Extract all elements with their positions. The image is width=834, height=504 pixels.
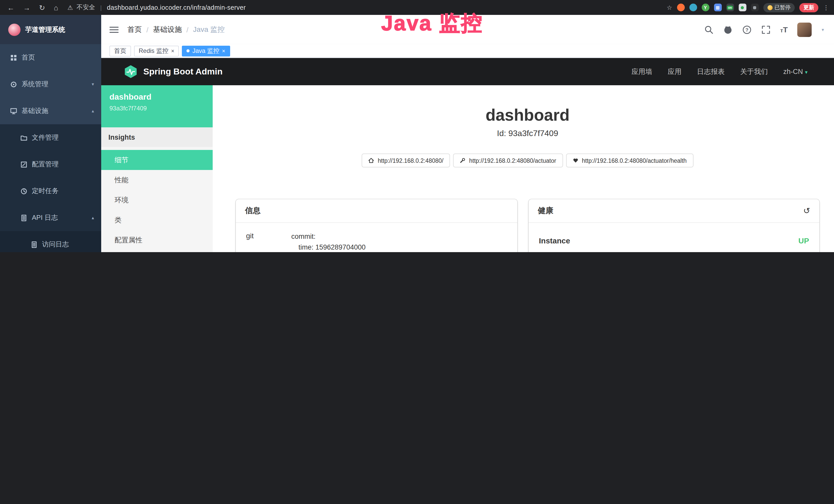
sidebar-item-system-mgmt[interactable]: 系统管理 ▾ [0,71,101,97]
security-label[interactable]: 不安全 [76,3,95,12]
health-url-link[interactable]: http://192.168.0.2:48080/actuator/health [566,154,693,167]
sidebar-item-home[interactable]: 首页 [0,44,101,71]
svg-text:?: ? [745,27,748,32]
history-icon[interactable]: ↺ [803,207,810,215]
instance-id-line: Id: 93a3fc7f7409 [236,129,819,138]
git-commit-line: commit: [291,231,507,242]
chevron-down-icon: ▾ [92,82,94,87]
extension-drop-icon[interactable] [689,4,697,11]
sidebar-item-api-logs[interactable]: API 日志 ▴ [0,204,101,231]
url-text[interactable]: dashboard.yudao.iocoder.cn/infra/admin-s… [107,4,246,11]
forward-icon[interactable]: → [23,3,30,12]
sba-nav-applications[interactable]: 应用 [667,67,681,76]
breadcrumb-infrastructure[interactable]: 基础设施 [153,25,182,34]
health-instance-row[interactable]: Instance UP [539,236,809,252]
sba-language-select[interactable]: zh-CN▾ [783,68,808,75]
document-icon [21,214,27,221]
tag-home[interactable]: 首页 [109,45,131,56]
help-icon[interactable]: ? [742,25,751,34]
sidebar-item-access-logs[interactable]: 访问日志 [0,231,101,252]
sidebar-item-label: 文件管理 [32,133,59,142]
sidebar-item-label: 系统管理 [22,79,48,89]
service-url-link[interactable]: http://192.168.0.2:48080/ [362,154,450,167]
sba-brand-title: Spring Boot Admin [143,67,223,77]
tag-label: Redis 监控 [139,46,169,55]
sidebar-item-scheduled-jobs[interactable]: 定时任务 [0,178,101,204]
paused-badge[interactable]: 已暂停 [763,3,795,12]
sba-menu-scheduled-tasks[interactable]: 计划任务 [101,250,213,252]
bookmark-star-icon[interactable]: ☆ [666,4,672,11]
close-icon[interactable]: × [171,48,174,54]
sidebar-item-infrastructure[interactable]: 基础设施 ▴ [0,97,101,124]
folder-icon [21,134,27,141]
sba-nav-wallboard[interactable]: 应用墙 [631,67,652,76]
sba-navbar: Spring Boot Admin 应用墙 应用 日志报表 关于我们 zh-CN… [101,58,834,85]
address-divider: | [100,4,102,11]
search-icon[interactable] [704,25,714,34]
instance-title: dashboard [236,106,819,125]
extension-leaf-icon[interactable] [739,4,746,11]
dashboard-icon [10,54,17,61]
extension-grid-icon[interactable]: ⊞ [714,4,722,11]
sba-menu-config-props[interactable]: 配置属性 [101,230,213,250]
sba-menu-environment[interactable]: 环境 [101,190,213,210]
git-time-line: time: 1596289704000 [291,242,507,252]
github-icon[interactable] [723,25,732,34]
font-size-icon[interactable]: тT [780,25,788,34]
back-icon[interactable]: ← [7,3,14,12]
breadcrumb-current: Java 监控 [193,25,225,34]
reload-icon[interactable]: ↻ [39,3,45,12]
address-bar[interactable]: ⚠ 不安全 | dashboard.yudao.iocoder.cn/infra… [67,3,245,12]
sidebar-item-file-mgmt[interactable]: 文件管理 [0,124,101,151]
tag-redis-monitor[interactable]: Redis 监控 × [134,45,179,56]
actuator-url-link[interactable]: http://192.168.0.2:48080/actuator [453,154,563,167]
sba-menu-metrics[interactable]: 性能 [101,170,213,190]
paused-emoji-icon [767,5,772,10]
chevron-down-icon: ▾ [805,69,808,75]
extension-fox-icon[interactable] [677,4,684,11]
sba-instance-name: dashboard [109,92,204,102]
sidebar-item-config-mgmt[interactable]: 配置管理 [0,151,101,178]
sba-instance-header[interactable]: dashboard 93a3fc7f7409 [101,85,213,127]
info-key: git [246,231,291,252]
extension-y-icon[interactable]: Y [701,4,709,11]
spring-boot-admin-logo [124,65,138,78]
document-icon [31,241,38,248]
clock-icon [21,188,27,194]
heart-icon [572,158,578,163]
link-label: http://192.168.0.2:48080/actuator/health [582,157,686,164]
sidebar-item-label: 基础设施 [22,106,48,116]
home-icon[interactable]: ⌂ [54,3,58,12]
avatar-caret-icon[interactable]: ▾ [822,27,824,32]
screen: ← → ↻ ⌂ ⚠ 不安全 | dashboard.yudao.iocoder.… [0,0,834,252]
app-brand[interactable]: 芋道管理系统 [0,15,101,44]
fullscreen-icon[interactable] [761,25,771,34]
sba-brand[interactable]: Spring Boot Admin [124,65,223,78]
link-label: http://192.168.0.2:48080/ [378,157,444,164]
close-icon[interactable]: × [222,48,225,54]
sidebar-item-label: API 日志 [32,213,58,222]
breadcrumb-separator: / [186,25,189,33]
sba-nav: 应用墙 应用 日志报表 关于我们 zh-CN▾ [631,67,808,76]
sba-nav-journal[interactable]: 日志报表 [697,67,725,76]
info-card: 信息 git commit: time: 1596289704000 id: 2… [236,199,517,252]
extension-on-switch-icon[interactable]: on [726,4,734,11]
wrench-icon [460,158,465,163]
sba-nav-about[interactable]: 关于我们 [740,67,768,76]
hamburger-icon[interactable] [109,25,119,33]
health-instance-label: Instance [539,236,570,245]
health-card-title: 健康 [538,206,553,216]
breadcrumb-home[interactable]: 首页 [127,25,142,34]
chevron-up-icon: ▴ [92,215,94,220]
app-logo [8,23,21,36]
tag-java-monitor[interactable]: Java 监控 × [182,45,230,56]
update-button[interactable]: 更新 [799,3,818,12]
sba-menu-classes[interactable]: 类 [101,210,213,230]
sba-menu-details[interactable]: 细节 [101,150,213,170]
spring-boot-admin-page: Spring Boot Admin 应用墙 应用 日志报表 关于我们 zh-CN… [101,58,834,252]
browser-menu-icon[interactable]: ⋮ [823,4,829,11]
health-status-badge: UP [798,236,809,245]
sba-menu-section-label: Insights [101,127,213,147]
user-avatar[interactable] [797,22,812,37]
extension-puzzle-icon[interactable] [751,4,759,11]
